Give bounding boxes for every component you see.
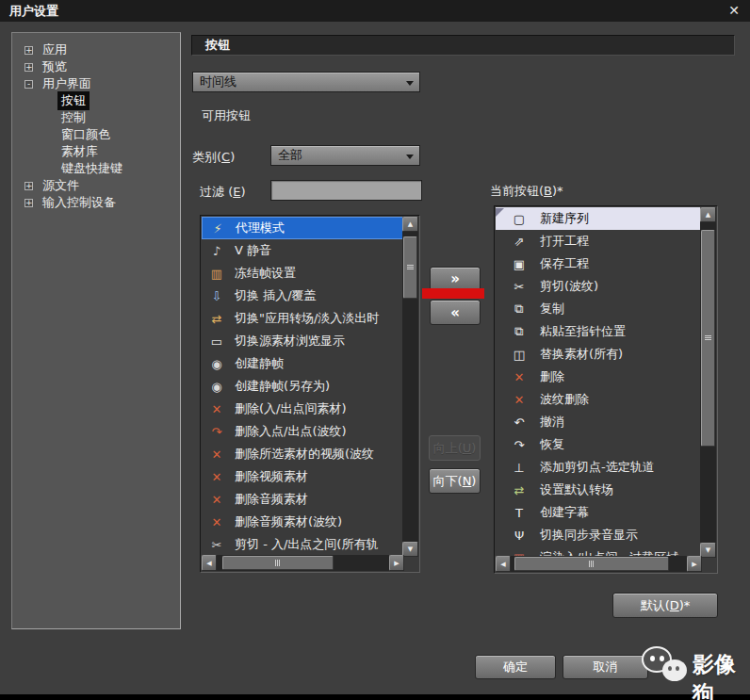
create-still-save-as-icon: ◉ — [206, 380, 227, 394]
list-item-create-still[interactable]: ◉创建静帧 — [202, 352, 404, 375]
delete-video-clip-icon: ✕ — [206, 470, 227, 484]
close-icon[interactable]: ✕ — [726, 2, 742, 19]
tree-item-label: 源文件 — [39, 176, 83, 195]
available-horizontal-scrollbar[interactable]: ◀ ▶ — [202, 555, 404, 571]
add-cut-point-selected-tracks-icon: ⊥ — [508, 461, 530, 475]
move-up-button[interactable]: 向上(U) — [429, 435, 481, 461]
scroll-down-button[interactable]: ▼ — [402, 542, 418, 557]
list-item-freeze-frame-settings[interactable]: ▥冻结帧设置 — [202, 262, 404, 285]
list-item-delete-audio-clip-ripple[interactable]: ✕删除音频素材(波纹) — [202, 511, 404, 533]
list-item-create-title[interactable]: T创建字幕 — [496, 501, 702, 524]
scrollbar-thumb[interactable] — [403, 236, 417, 299]
chevron-down-icon — [406, 81, 414, 86]
list-item-label: 删除视频素材 — [235, 468, 308, 485]
collapse-icon[interactable]: - — [24, 80, 33, 89]
list-item-set-default-transition[interactable]: ⇄设置默认转场 — [496, 479, 702, 501]
current-horizontal-scrollbar[interactable]: ◀ ▶ — [496, 556, 702, 572]
scrollbar-thumb[interactable] — [701, 230, 715, 447]
list-item-delete-selected-video-ripple[interactable]: ✕删除所选素材的视频(波纹 — [202, 443, 404, 465]
window-title: 用户设置 — [9, 3, 58, 20]
list-item-toggle-insert-overwrite[interactable]: ⇩切换 插入/覆盖 — [202, 285, 404, 307]
settings-tree: +应用+预览-用户界面按钮控制窗口颜色素材库键盘快捷键+源文件+输入控制设备 — [11, 32, 181, 629]
scroll-up-button[interactable]: ▲ — [402, 217, 418, 232]
list-item-undo[interactable]: ↶撤消 — [496, 411, 702, 433]
list-item-cut-ripple[interactable]: ✂剪切(波纹) — [496, 275, 702, 298]
list-item-create-still-save-as[interactable]: ◉创建静帧(另存为) — [202, 375, 404, 398]
list-item-new-sequence[interactable]: ▢新建序列 — [496, 207, 702, 230]
expand-icon[interactable]: + — [24, 46, 33, 55]
list-item-delete-video-clip[interactable]: ✕删除视频素材 — [202, 465, 404, 488]
proxy-mode-icon: ⚡ — [207, 221, 228, 236]
button-area-select[interactable]: 时间线 — [192, 72, 420, 92]
tree-item-input-controller[interactable]: +输入控制设备 — [12, 194, 180, 211]
tree-item-preview[interactable]: +预览 — [12, 58, 180, 75]
list-item-proxy-mode[interactable]: ⚡代理模式 — [202, 217, 404, 239]
scroll-down-button[interactable]: ▼ — [700, 543, 716, 558]
delete-icon: ✕ — [508, 370, 530, 384]
list-item-copy[interactable]: ⧉复制 — [496, 298, 702, 320]
scroll-left-button[interactable]: ◀ — [496, 556, 511, 572]
move-down-button[interactable]: 向下(N) — [429, 468, 481, 494]
current-buttons-list: ▢新建序列⇗打开工程▣保存工程✂剪切(波纹)⧉复制⧉粘贴至指针位置◫替换素材(所… — [494, 205, 718, 574]
list-item-delete-in-out-ripple[interactable]: ↷删除入点/出点(波纹) — [202, 420, 404, 443]
tree-item-label: 素材库 — [57, 142, 102, 161]
expand-icon[interactable]: + — [24, 182, 33, 190]
list-item-add-cut-point-selected-tracks[interactable]: ⊥添加剪切点-选定轨道 — [496, 456, 702, 479]
cut-in-out-all-tracks-icon: ✂ — [206, 538, 227, 552]
new-sequence-icon: ▢ — [508, 212, 530, 226]
current-vertical-scrollbar[interactable]: ▲ ▼ — [700, 207, 716, 558]
list-item-v-mute[interactable]: ♪V 静音 — [202, 239, 404, 262]
tree-item-buttons[interactable]: 按钮 — [12, 92, 180, 109]
list-item-toggle-source-browser[interactable]: ▭切换源素材浏览显示 — [202, 330, 404, 352]
list-item-replace-clip-all[interactable]: ◫替换素材(所有) — [496, 343, 702, 366]
default-button[interactable]: 默认(D)* — [612, 593, 718, 618]
tree-item-control[interactable]: 控制 — [12, 109, 180, 126]
available-buttons-label: 可用按钮 — [202, 107, 251, 124]
scroll-left-button[interactable]: ◀ — [202, 555, 217, 571]
tree-item-source-file[interactable]: +源文件 — [12, 177, 180, 194]
create-title-icon: T — [508, 506, 530, 520]
scroll-up-button[interactable]: ▲ — [700, 207, 716, 222]
delete-audio-clip-ripple-icon: ✕ — [206, 515, 227, 529]
scrollbar-thumb[interactable] — [222, 556, 334, 570]
scroll-right-button[interactable]: ▶ — [687, 556, 702, 572]
list-item-delete-between-in-out[interactable]: ✕删除(入/出点间素材) — [202, 398, 404, 420]
list-item-label: 代理模式 — [236, 220, 285, 236]
combo-value: 时间线 — [200, 74, 236, 89]
list-item-paste-at-playhead[interactable]: ⧉粘贴至指针位置 — [496, 320, 702, 343]
list-item-save-project[interactable]: ▣保存工程 — [496, 252, 702, 275]
filter-input[interactable] — [270, 180, 422, 201]
tree-item-bin[interactable]: 素材库 — [12, 143, 180, 160]
expand-icon[interactable]: + — [24, 199, 33, 207]
category-select[interactable]: 全部 — [270, 145, 420, 166]
tree-item-application[interactable]: +应用 — [12, 41, 180, 58]
tree-item-label: 输入控制设备 — [39, 193, 120, 212]
selection-corner-marker — [496, 208, 504, 217]
title-bar: 用户设置 ✕ — [0, 0, 750, 22]
list-item-label: 创建静帧 — [235, 355, 284, 372]
list-item-label: 剪切(波纹) — [540, 278, 598, 295]
scrollbar-thumb[interactable] — [514, 557, 669, 571]
list-item-delete[interactable]: ✕删除 — [496, 366, 702, 388]
ripple-delete-icon: ✕ — [508, 393, 530, 407]
tree-item-user-interface[interactable]: -用户界面 — [12, 75, 180, 92]
list-item-label: 删除入点/出点(波纹) — [235, 423, 347, 440]
list-item-ripple-delete[interactable]: ✕波纹删除 — [496, 388, 702, 411]
remove-button[interactable]: « — [430, 300, 481, 325]
scroll-right-button[interactable]: ▶ — [389, 555, 404, 571]
list-item-toggle-sync-rec[interactable]: Ψ切换同步录音显示 — [496, 524, 702, 546]
list-item-delete-audio-clip[interactable]: ✕删除音频素材 — [202, 488, 404, 511]
undo-icon: ↶ — [508, 415, 530, 430]
list-item-label: 创建字幕 — [540, 504, 589, 521]
tree-item-label: 预览 — [39, 57, 71, 76]
list-item-open-project[interactable]: ⇗打开工程 — [496, 230, 702, 252]
ok-button[interactable]: 确定 — [475, 655, 556, 679]
tree-item-window-color[interactable]: 窗口颜色 — [12, 126, 180, 143]
list-item-cut-in-out-all-tracks[interactable]: ✂剪切 - 入/出点之间(所有轨 — [202, 533, 404, 556]
available-vertical-scrollbar[interactable]: ▲ ▼ — [402, 217, 418, 557]
list-item-toggle-apply-transition-fade[interactable]: ⇄切换"应用转场/淡入淡出时 — [202, 307, 404, 330]
list-item-redo[interactable]: ↷恢复 — [496, 433, 702, 456]
tree-item-keyboard-shortcuts[interactable]: 键盘快捷键 — [12, 160, 180, 177]
expand-icon[interactable]: + — [24, 63, 33, 72]
tree-item-label: 应用 — [39, 41, 71, 59]
